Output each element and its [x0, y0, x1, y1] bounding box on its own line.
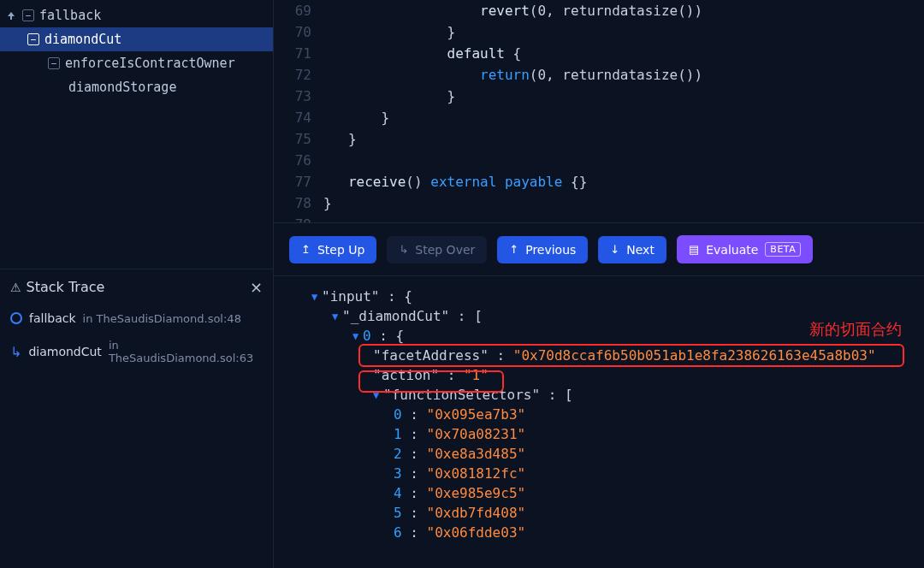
clipboard-icon: ▤ [689, 243, 699, 256]
code-line: 78} [274, 192, 924, 214]
tree-label: diamondStorage [68, 80, 176, 95]
previous-button[interactable]: ↑ Previous [497, 236, 588, 263]
up-arrow-icon: ↑ [509, 243, 518, 256]
btn-label: Previous [525, 243, 576, 257]
line-number: 70 [274, 24, 323, 40]
json-row[interactable]: ▼ "functionSelectors" : [ [291, 385, 924, 405]
step-over-icon: ↳ [399, 243, 408, 256]
json-row[interactable]: 1 : "0x70a08231" [291, 424, 924, 444]
line-number: 69 [274, 3, 323, 19]
collapse-icon[interactable]: − [27, 33, 39, 45]
btn-label: Next [626, 243, 654, 257]
frame-name: diamondCut [28, 345, 101, 358]
down-arrow-icon: ↓ [610, 243, 619, 256]
code-line: 76 [274, 150, 924, 171]
line-number: 74 [274, 109, 323, 126]
code-text: default { [323, 45, 521, 62]
line-number: 77 [274, 174, 323, 190]
code-line: 75 } [274, 128, 924, 150]
stack-frame[interactable]: fallback in TheSaudisDiamond.sol:48 [0, 305, 273, 332]
step-over-button[interactable]: ↳ Step Over [387, 236, 487, 263]
code-text: } [323, 195, 332, 211]
json-row[interactable]: ▼ "input" : { [291, 287, 924, 306]
tree-label: diamondCut [44, 32, 121, 47]
code-text: } [323, 88, 455, 104]
frame-arrow-icon: ↳ [10, 344, 21, 360]
tree-label: enforceIsContractOwner [65, 56, 235, 71]
json-row[interactable]: 0 : "0x095ea7b3" [291, 405, 924, 424]
btn-label: Step Over [415, 243, 475, 257]
next-button[interactable]: ↓ Next [598, 236, 666, 263]
tree-label: fallback [39, 8, 101, 23]
collapse-icon[interactable]: − [22, 9, 34, 21]
data-inspector[interactable]: 新的切面合约 ▼ "input" : {▼ "_diamondCut" : [▼… [274, 276, 924, 568]
left-panel: − fallback − diamondCut − enforceIsContr… [0, 0, 274, 568]
up-icon: ↥ [301, 243, 311, 256]
tree-item-enforceowner[interactable]: − enforceIsContractOwner [0, 51, 273, 75]
line-number: 76 [274, 152, 323, 169]
evaluate-button[interactable]: ▤ Evaluate BETA [677, 235, 813, 263]
frame-name: fallback [29, 311, 76, 325]
code-line: 71 default { [274, 43, 924, 64]
code-text: } [323, 131, 357, 147]
json-row[interactable]: "action" : "1" [291, 365, 924, 385]
code-text: } [323, 109, 389, 126]
close-icon[interactable]: × [250, 278, 263, 296]
line-number: 78 [274, 195, 323, 211]
warning-icon: ⚠ [10, 281, 21, 294]
debug-toolbar: ↥ Step Up ↳ Step Over ↑ Previous ↓ Next … [274, 222, 924, 276]
frame-marker-icon [10, 312, 22, 324]
btn-label: Step Up [317, 243, 364, 257]
code-text: return(0, returndatasize()) [323, 67, 702, 83]
code-line: 77 receive() external payable {} [274, 171, 924, 192]
tree-item-fallback[interactable]: − fallback [0, 3, 273, 27]
code-line: 70 } [274, 21, 924, 43]
step-up-button[interactable]: ↥ Step Up [289, 236, 376, 263]
panel-title: Stack Trace [27, 279, 105, 295]
line-number: 72 [274, 67, 323, 83]
stack-trace-header: ⚠Stack Trace × [0, 269, 273, 305]
code-line: 74 } [274, 107, 924, 128]
json-row[interactable]: "facetAddress" : "0x70d8ccaf6b50b051ab1e… [291, 346, 924, 365]
code-text: receive() external payable {} [323, 174, 587, 190]
line-number: 73 [274, 88, 323, 104]
line-number: 75 [274, 131, 323, 147]
code-text: revert(0, returndatasize()) [323, 3, 702, 19]
beta-badge: BETA [765, 242, 801, 257]
tree-item-diamondstorage[interactable]: diamondStorage [0, 75, 273, 99]
code-line: 73 } [274, 86, 924, 107]
code-line: 69 revert(0, returndatasize()) [274, 0, 924, 21]
json-row[interactable]: 2 : "0xe8a3d485" [291, 444, 924, 464]
code-line: 72 return(0, returndatasize()) [274, 64, 924, 86]
line-number: 79 [274, 216, 323, 222]
btn-label: Evaluate [706, 243, 758, 257]
tree-item-diamondcut[interactable]: − diamondCut [0, 27, 273, 51]
json-row[interactable]: 4 : "0xe985e9c5" [291, 483, 924, 503]
json-row[interactable]: 6 : "0x06fdde03" [291, 523, 924, 542]
collapse-icon[interactable]: − [48, 57, 60, 69]
code-editor[interactable]: 69 revert(0, returndatasize())70 }71 def… [274, 0, 924, 222]
json-row[interactable]: 5 : "0xdb7fd408" [291, 503, 924, 523]
code-text: } [323, 24, 455, 40]
up-arrow-icon [7, 8, 17, 23]
stack-frame[interactable]: ↳ diamondCut in TheSaudisDiamond.sol:63 [0, 332, 273, 371]
frame-location: in TheSaudisDiamond.sol:63 [109, 339, 263, 364]
call-tree: − fallback − diamondCut − enforceIsContr… [0, 0, 273, 269]
code-line: 79 [274, 214, 924, 222]
annotation-text: 新的切面合约 [809, 319, 902, 340]
line-number: 71 [274, 45, 323, 62]
frame-location: in TheSaudisDiamond.sol:48 [83, 312, 241, 325]
json-row[interactable]: 3 : "0x081812fc" [291, 464, 924, 483]
right-panel: 69 revert(0, returndatasize())70 }71 def… [274, 0, 924, 568]
